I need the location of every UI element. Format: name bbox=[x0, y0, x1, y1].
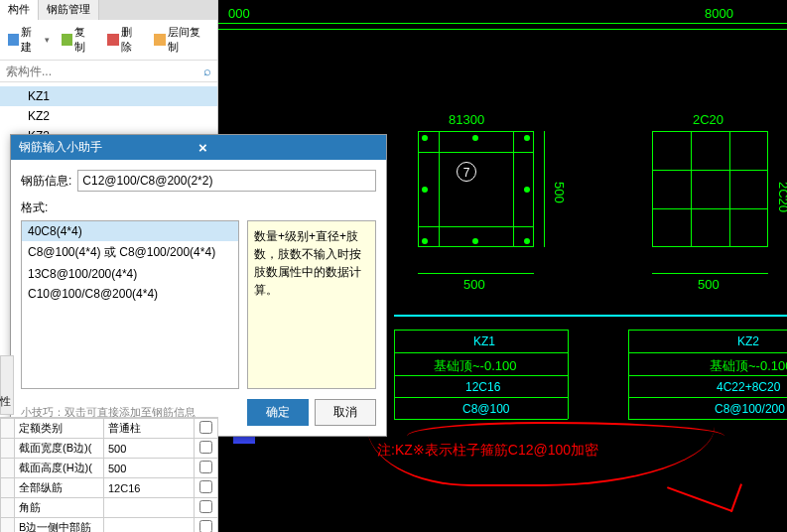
dim-text-left: 000 bbox=[228, 6, 250, 21]
dialog-titlebar[interactable]: 钢筋输入小助手 × bbox=[11, 135, 386, 160]
col2-top-label: 2C20 bbox=[693, 112, 723, 127]
table-row: 定额类别普通柱 bbox=[1, 419, 218, 439]
col1-name: KZ1 bbox=[473, 334, 495, 348]
panel-tabs: 构件 钢筋管理 bbox=[0, 0, 217, 20]
col2-w-dimline bbox=[652, 273, 768, 274]
col2-name: KZ2 bbox=[737, 334, 759, 348]
rebar-helper-dialog: 钢筋输入小助手 × 钢筋信息: 格式: 40C8(4*4) C8@100(4*4… bbox=[10, 134, 387, 437]
red-arrowhead bbox=[667, 461, 742, 512]
prop-panel-collapsed[interactable]: 性 bbox=[0, 355, 14, 415]
format-item-2[interactable]: 13C8@100/200(4*4) bbox=[22, 264, 238, 284]
copy-button[interactable]: 复制 bbox=[58, 23, 100, 57]
dialog-title-text: 钢筋输入小助手 bbox=[19, 139, 198, 156]
rebar-info-input[interactable] bbox=[77, 170, 376, 192]
prop-lock[interactable] bbox=[199, 461, 212, 473]
cancel-button[interactable]: 取消 bbox=[315, 399, 376, 426]
format-hint: 数量+级别+直径+肢数，肢数不输入时按肢数属性中的数据计算。 bbox=[247, 220, 376, 389]
property-table: 定额类别普通柱 截面宽度(B边)(500 截面高度(H边)(500 全部纵筋12… bbox=[0, 418, 218, 532]
tab-component[interactable]: 构件 bbox=[0, 0, 39, 20]
search-box: ⌕ bbox=[0, 61, 217, 82]
column2-section[interactable] bbox=[652, 131, 768, 247]
col1-height: 500 bbox=[552, 182, 567, 203]
col2-spec2: 4C22+8C20 bbox=[717, 380, 780, 394]
layer-copy-button[interactable]: 层间复制 bbox=[150, 23, 213, 57]
prop-lock[interactable] bbox=[199, 421, 212, 434]
prop-lock[interactable] bbox=[199, 520, 212, 532]
col1-spec2: 12C16 bbox=[465, 380, 500, 394]
table-row: 角筋 bbox=[1, 498, 218, 518]
tree-item-kz2[interactable]: KZ2 bbox=[0, 106, 217, 126]
panel-toolbar: 新建 ▾ 复制 删除 层间复制 bbox=[0, 20, 217, 61]
table-row: B边一侧中部筋 bbox=[1, 518, 218, 533]
info-label: 钢筋信息: bbox=[21, 173, 71, 190]
table-row: 截面高度(H边)(500 bbox=[1, 459, 218, 478]
format-item-3[interactable]: C10@100/C8@200(4*4) bbox=[22, 284, 238, 304]
col1-w-dimline bbox=[418, 273, 534, 274]
circle-7: 7 bbox=[457, 162, 476, 182]
h-dim-line bbox=[218, 23, 787, 24]
prop-lock[interactable] bbox=[199, 500, 212, 513]
dim-text-right: 8000 bbox=[705, 6, 733, 21]
new-icon bbox=[8, 34, 19, 46]
col1-spec1: 基础顶~-0.100 bbox=[434, 357, 516, 375]
col2-spec3: C8@100/200 bbox=[715, 402, 785, 416]
copy-icon bbox=[62, 34, 73, 46]
tab-rebar-mgmt[interactable]: 钢筋管理 bbox=[39, 0, 99, 20]
format-label: 格式: bbox=[21, 200, 376, 216]
col2-spec1: 基础顶~-0.100 bbox=[710, 357, 787, 375]
ok-button[interactable]: 确定 bbox=[247, 399, 309, 426]
col1-h-dimline bbox=[544, 131, 545, 247]
red-scribble bbox=[367, 427, 715, 486]
chevron-down-icon: ▾ bbox=[45, 35, 50, 45]
layer-copy-icon bbox=[154, 34, 166, 46]
col1-top-label: 81300 bbox=[449, 112, 484, 127]
prop-lock[interactable] bbox=[199, 441, 212, 454]
close-icon[interactable]: × bbox=[198, 139, 378, 156]
format-item-1[interactable]: C8@100(4*4) 或 C8@100/200(4*4) bbox=[22, 241, 238, 264]
delete-button[interactable]: 删除 bbox=[103, 23, 146, 57]
delete-icon bbox=[107, 34, 119, 46]
new-button[interactable]: 新建 ▾ bbox=[4, 23, 54, 57]
red-annotation-text: 注:KZ※表示柱子箍筋C12@100加密 bbox=[377, 442, 598, 460]
table-row: 全部纵筋12C16 bbox=[1, 478, 218, 498]
col1-spec3: C8@100 bbox=[462, 402, 510, 416]
col2-side-label: 2C20 bbox=[776, 182, 787, 212]
column1-section[interactable]: 7 bbox=[418, 131, 534, 247]
cyan-axis bbox=[394, 315, 787, 317]
h-dim-line-2 bbox=[218, 29, 787, 30]
prop-lock[interactable] bbox=[199, 480, 212, 493]
col1-width: 500 bbox=[463, 277, 485, 292]
tree-item-kz1[interactable]: KZ1 bbox=[0, 86, 217, 106]
table-row: 截面宽度(B边)(500 bbox=[1, 439, 218, 459]
format-list[interactable]: 40C8(4*4) C8@100(4*4) 或 C8@100/200(4*4) … bbox=[21, 220, 239, 389]
property-panel: 定额类别普通柱 截面宽度(B边)(500 截面高度(H边)(500 全部纵筋12… bbox=[0, 417, 218, 532]
search-input[interactable] bbox=[6, 65, 203, 78]
search-icon[interactable]: ⌕ bbox=[203, 64, 211, 78]
col2-width: 500 bbox=[698, 277, 720, 292]
format-item-0[interactable]: 40C8(4*4) bbox=[22, 221, 238, 241]
red-scribble-2 bbox=[407, 422, 724, 442]
